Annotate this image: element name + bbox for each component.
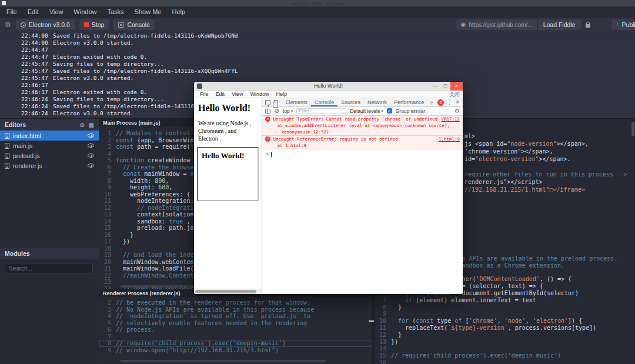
devtools-close-icon[interactable]: ×: [456, 99, 459, 105]
editors-file-list: index.html main.js preload.js: [0, 131, 99, 171]
eye-icon[interactable]: [88, 153, 94, 158]
rendered-page: Hello World! We are using Node.js , Chro…: [194, 98, 262, 294]
sidebar-file-item[interactable]: renderer.js: [0, 161, 99, 171]
devtools-tab[interactable]: Console: [311, 98, 337, 106]
popup-titlebar[interactable]: Hello World! — □ ×: [194, 82, 463, 91]
editors-header-label: Editors: [5, 121, 26, 128]
error-count-badge: 2: [437, 99, 444, 106]
editors-header-icons: ⊕ ▦: [79, 122, 94, 128]
log-timestamp: 22:44:00: [21, 39, 53, 46]
console-settings-gear-icon[interactable]: ⚙: [454, 108, 460, 114]
layout-grid-icon[interactable]: ▦: [89, 122, 94, 128]
console-filter-input[interactable]: [296, 108, 346, 114]
clear-console-icon[interactable]: ⊘: [274, 108, 279, 114]
eye-icon[interactable]: [88, 163, 94, 168]
more-tabs-icon[interactable]: »: [428, 99, 436, 105]
file-icon: [5, 153, 9, 159]
minimize-button[interactable]: —: [430, 82, 440, 91]
page-iframe: Hello World!: [197, 147, 259, 201]
group-similar-checkbox[interactable]: ✓: [387, 108, 392, 113]
popup-menu-item[interactable]: Help: [272, 91, 290, 97]
maximize-button[interactable]: □: [440, 82, 450, 91]
popup-menu-item[interactable]: Window: [246, 91, 272, 97]
inspect-element-icon[interactable]: [265, 100, 270, 105]
log-message: Saving files to temp directory...: [53, 61, 164, 67]
code-text: webPreferences: {: [116, 191, 190, 198]
chevron-down-icon: ▾: [291, 109, 293, 113]
menu-item[interactable]: File: [1, 6, 22, 18]
context-selector[interactable]: top ▾: [283, 108, 293, 114]
publish-button[interactable]: ↑ Publish: [611, 19, 635, 30]
lock-icon: [586, 24, 590, 28]
log-levels-selector[interactable]: Default levels ▾: [350, 108, 383, 114]
devtools-dock-close-label[interactable]: 关闭: [449, 91, 460, 99]
context-selector-value: top: [283, 108, 290, 114]
sidebar-file-item[interactable]: preload.js: [0, 151, 99, 161]
code-text: }: [391, 332, 402, 339]
sidebar-file-item[interactable]: main.js: [0, 141, 99, 151]
renderer-process-code[interactable]: 2// be executed in the renderer process …: [99, 297, 372, 359]
eye-icon[interactable]: [88, 143, 94, 148]
line-number: 9: [99, 347, 116, 354]
right-editor-vscrollbar[interactable]: [631, 122, 634, 136]
line-number: 7: [99, 333, 116, 340]
stop-button[interactable]: Stop: [79, 19, 109, 30]
file-icon: [5, 143, 9, 149]
code-text: // window.open("http://192.168.31.215/3.…: [116, 347, 279, 354]
close-button[interactable]: ×: [450, 82, 463, 91]
file-icon: [5, 133, 9, 139]
code-text: }): [116, 238, 130, 245]
code-line: 6// process.: [99, 326, 372, 333]
popup-menu-item[interactable]: Edit: [212, 91, 229, 97]
console-prompt[interactable]: >: [262, 149, 463, 159]
load-fiddle-button[interactable]: Load Fiddle: [537, 19, 581, 30]
menu-item[interactable]: Tasks: [102, 6, 129, 18]
menu-item[interactable]: Window: [68, 6, 102, 18]
device-toolbar-icon[interactable]: [274, 100, 278, 105]
source-link[interactable]: 1.html:9: [435, 136, 460, 142]
menu-item[interactable]: View: [44, 6, 69, 18]
line-number: 9: [99, 184, 116, 191]
prompt-chevron: >: [265, 151, 268, 157]
code-line: 15// require('child_process').exec('deep…: [375, 352, 635, 359]
console-sidebar-icon[interactable]: [265, 109, 270, 113]
devtools-tab[interactable]: Network: [364, 98, 390, 106]
add-icon[interactable]: ⊕: [79, 122, 84, 128]
devtools-tab[interactable]: Elements: [282, 98, 311, 106]
console-button[interactable]: Console: [113, 19, 155, 30]
log-timestamp: 22:46:17: [21, 89, 53, 96]
code-line: 4// `nodeIntegration` is turned off. Use…: [99, 313, 372, 320]
error-icon: [265, 136, 270, 142]
gist-url[interactable]: ◉ https://gist.github.com/...: [456, 22, 537, 28]
code-line: 7 if (element) element.innerText = text: [375, 297, 635, 304]
page-hscrollbar[interactable]: [194, 289, 262, 294]
popup-menu-item[interactable]: View: [228, 91, 246, 97]
console-row-text: Uncaught ReferenceError: require is not …: [273, 136, 397, 142]
console-row-text: at window.addEventListener (eval at <ano…: [277, 123, 450, 128]
gear-icon[interactable]: ⚙: [5, 21, 11, 28]
source-link[interactable]: VM17:12: [437, 116, 460, 122]
code-text: // No Node.js APIs are available in this…: [116, 306, 314, 313]
menu-item[interactable]: Show Me: [129, 6, 167, 18]
popup-menu-item[interactable]: File: [196, 91, 212, 97]
terminal-icon: [118, 22, 124, 28]
line-number: 16: [99, 232, 116, 239]
module-search-input[interactable]: [5, 263, 93, 273]
devtools-tab[interactable]: Performance: [390, 98, 428, 106]
kebab-menu-icon[interactable]: ⋮: [447, 99, 453, 105]
code-text: }: [116, 232, 133, 239]
console-row: Uncaught TypeError: Cannot read property…: [262, 115, 463, 122]
code-text: require other files to run in this proce…: [464, 171, 627, 178]
page-hscrollbar-thumb[interactable]: [195, 290, 256, 293]
menu-item[interactable]: Help: [166, 6, 190, 18]
devtools-tab[interactable]: Sources: [337, 98, 364, 106]
line-number: 6: [99, 326, 116, 333]
sidebar-file-item[interactable]: index.html: [0, 131, 99, 141]
eye-icon[interactable]: [88, 133, 94, 138]
log-line: 22:44:00Electron v3.0.0 started.: [21, 39, 635, 46]
iframe-heading: Hello World!: [202, 151, 258, 161]
renderer-editor-hscrollbar[interactable]: [121, 360, 326, 362]
electron-version-button[interactable]: Electron v3.0.0: [16, 19, 75, 30]
menu-item[interactable]: Edit: [22, 6, 44, 18]
code-line: 11 replaceText(`${type}-version`, proces…: [375, 325, 635, 332]
